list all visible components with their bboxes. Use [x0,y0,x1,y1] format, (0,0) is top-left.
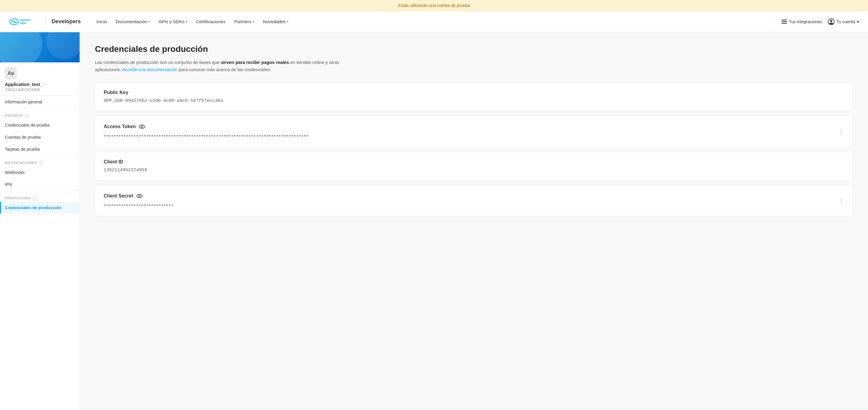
svg-text:mercado: mercado [20,18,30,21]
info-icon[interactable]: i [38,160,43,165]
svg-point-10 [138,195,141,197]
svg-rect-5 [781,21,787,22]
menu-icon [781,20,787,24]
credential-card-client-secret: Client Secret ••••••••••••••••••••••••••… [95,185,853,216]
logo-area: mercado pago Developers [9,16,81,27]
svg-point-8 [830,20,832,22]
developers-label: Developers [52,19,81,25]
app-id: 1352114952374959 [0,87,80,95]
credential-label-client-id: Client ID [104,159,844,165]
credential-value-access-token: ••••••••••••••••••••••••••••••••••••••••… [104,133,844,139]
banner-text: Estás utilizando una cuenta de prueba [398,3,470,8]
info-icon[interactable]: i [32,196,37,201]
svg-point-9 [141,126,143,127]
sidebar-section-produccion: PRODUCCIÓN i [0,191,80,202]
chevron-right-icon[interactable]: › [44,82,45,87]
app-name: Application_test_ [5,82,42,87]
tus-integraciones-label: Tus integraciones [789,19,822,24]
sidebar-item-tarjetas-prueba[interactable]: Tarjetas de prueba [0,143,80,155]
credential-menu-access-token[interactable]: ⋮ [836,127,846,136]
credential-value-client-id: 1352114952374959 [104,168,844,173]
description-bold: sirven para recibir pagos reales [221,60,289,65]
eye-icon[interactable] [136,193,143,199]
credential-card-public-key: Public Key APP_USR-09427d52-c5db-4c89-a0… [95,82,853,111]
sidebar-item-informacion-general[interactable]: Información general [0,96,80,108]
sidebar-item-webhooks[interactable]: Webhooks [0,167,80,178]
info-icon[interactable]: i [25,113,30,118]
credential-card-access-token: Access Token •••••••••••••••••••••••••••… [95,116,853,147]
chevron-down-icon: ▾ [253,20,254,23]
chevron-down-icon: ▾ [186,20,187,23]
credential-menu-client-secret[interactable]: ⋮ [836,196,846,206]
chevron-down-icon: ▾ [148,20,150,23]
sidebar-item-cuentas-prueba[interactable]: Cuentas de prueba [0,131,80,143]
svg-text:pago: pago [20,21,26,24]
sidebar-section-pruebas: PRUEBAS i [0,108,80,119]
description-plain: Las credenciales de producción son un co… [95,60,221,65]
chevron-down-icon: ▾ [857,19,859,24]
account-icon [828,19,835,25]
description-link[interactable]: Accede a la documentación [122,67,178,72]
sidebar-hero [0,32,80,62]
sidebar: Ap Application_test_ › 1352114952374959 … [0,32,80,410]
nav-partners[interactable]: Partners ▾ [231,17,258,27]
credential-label-client-secret: Client Secret [104,193,844,199]
nav-documentacion[interactable]: Documentación ▾ [112,17,153,27]
nav-apis-sdks[interactable]: APIs y SDKs ▾ [155,17,191,27]
page-title: Credenciales de producción [95,44,853,54]
description-end: para conocer más acerca de las credencia… [178,67,271,72]
mercadopago-logo: mercado pago [9,16,42,27]
sidebar-section-notificaciones: NOTIFICACIONES i [0,155,80,167]
svg-rect-6 [781,23,787,24]
sidebar-item-ipn[interactable]: IPN [0,178,80,191]
sidebar-item-credenciales-prueba[interactable]: Credenciales de prueba [0,119,80,131]
nav-novedades[interactable]: Novedades ▾ [259,17,292,27]
credential-label-public-key: Public Key [104,90,844,95]
credential-card-client-id: Client ID 1352114952374959 [95,152,853,180]
sidebar-item-credenciales-produccion[interactable]: Credenciales de producción [0,202,80,214]
tu-cuenta-button[interactable]: Tu cuenta ▾ [828,19,859,25]
credential-value-public-key: APP_USR-09427d52-c5db-4c89-a0c6-547f57ec… [104,98,844,104]
nav-right: Tus integraciones Tu cuenta ▾ [775,19,859,25]
page-description: Las credenciales de producción son un co… [95,59,366,73]
chevron-down-icon: ▾ [287,20,288,23]
main-nav: Inicio Documentación ▾ APIs y SDKs ▾ Cer… [93,17,775,27]
trial-banner: Estás utilizando una cuenta de prueba [0,0,868,11]
nav-certificaciones[interactable]: Certificaciones [192,17,229,27]
logo-divider [45,17,45,26]
eye-icon[interactable] [138,123,145,130]
layout: Ap Application_test_ › 1352114952374959 … [0,32,868,410]
tus-integraciones-button[interactable]: Tus integraciones [781,19,822,24]
avatar: Ap [5,67,17,79]
credential-value-client-secret: •••••••••••••••••••••••••••• [104,202,844,209]
svg-rect-4 [781,20,787,21]
header: mercado pago Developers Inicio Documenta… [0,11,868,32]
app-name-row: Application_test_ › [0,79,80,87]
main-content: Credenciales de producción Las credencia… [80,32,868,410]
credential-label-access-token: Access Token [104,123,844,130]
nav-inicio[interactable]: Inicio [93,17,111,27]
tu-cuenta-label: Tu cuenta [836,19,855,24]
